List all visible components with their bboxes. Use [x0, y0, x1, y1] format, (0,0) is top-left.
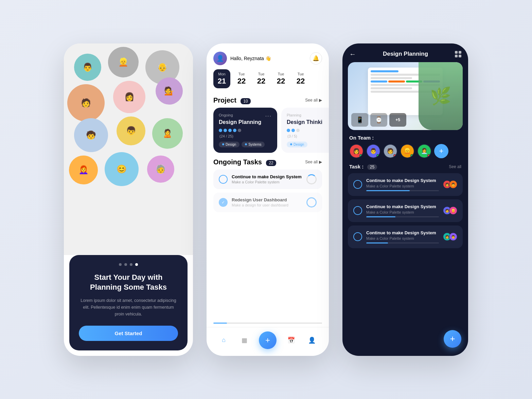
card-tags: Design Systems	[219, 142, 272, 147]
cal-day-tue3[interactable]: Tue 22	[272, 69, 289, 88]
card-progress-dots-2	[287, 129, 329, 132]
nav-calendar[interactable]: 📅	[285, 334, 297, 346]
phone-onboarding: 👨 👱 👴 🧑 👩 💁 🧒 👦 🙎 👩‍🦰 😊 🧓 Start Your Day…	[64, 43, 193, 356]
p3-task-info-3: Continue to make Design System Make a Co…	[366, 230, 439, 243]
task-item-1[interactable]: Continue to make Design System Make a Co…	[213, 169, 322, 189]
tag-systems: Systems	[242, 142, 265, 147]
planning-header: ← Design Planning	[342, 43, 468, 62]
card-title: Design Planning	[219, 119, 272, 125]
dot-indicators	[79, 263, 178, 266]
planning-fab-button[interactable]: +	[444, 330, 461, 348]
team-section-title: On Team :	[349, 135, 374, 141]
task-section-header: Task : 25 See all	[342, 162, 468, 173]
tasks-count-badge: 22	[266, 160, 276, 166]
card-menu-dots[interactable]: ···	[265, 113, 272, 119]
task-info-2: Redesign User Dashboard Make a design fo…	[232, 197, 302, 207]
tasks-section-title: Ongoing Tasks	[213, 158, 262, 166]
avatar-blob-5: 👩	[113, 81, 145, 113]
avatar-blob-9: 🙎	[152, 118, 183, 149]
dot-3	[130, 263, 132, 266]
p3-task-check-3	[353, 232, 362, 241]
plant-decoration: 🌿	[419, 62, 463, 130]
phone-planning: ← Design Planning	[342, 43, 468, 356]
nav-add-button[interactable]: +	[259, 331, 277, 349]
p3-task-progress-3	[366, 242, 439, 243]
planning-title: Design Planning	[383, 51, 428, 57]
tasks-section-header: Ongoing Tasks 22 See all ▶	[213, 158, 322, 169]
card-fraction-2: (3 / 5)	[287, 134, 329, 138]
mini-avatar-2: 👨	[449, 180, 457, 188]
avatar-blob-11: 😊	[105, 152, 139, 186]
dot-1	[119, 263, 122, 266]
p3-task-item-3[interactable]: Continue to make Design System Make a Co…	[348, 225, 463, 248]
p3-task-progress-1	[366, 190, 439, 191]
task-check-2: ✓	[219, 198, 228, 207]
p3-task-name-3: Continue to make Design System	[366, 230, 439, 235]
grid-view-icon[interactable]	[455, 51, 461, 57]
add-team-member-button[interactable]: +	[434, 144, 448, 158]
thumb-more: +5	[389, 113, 406, 127]
project-section-title: Project	[213, 96, 236, 104]
p3-task-avatars-1: 👩 👨	[443, 180, 457, 188]
p3-task-item-1[interactable]: Continue to make Design System Make a Co…	[348, 173, 463, 196]
cal-day-tue2[interactable]: Tue 22	[253, 69, 270, 88]
cal-day-tue1[interactable]: Tue 22	[233, 69, 250, 88]
phone-planning-wrapper: ← Design Planning	[342, 43, 468, 356]
task-see-all[interactable]: See all	[449, 164, 461, 169]
team-avatar-1: 👩	[349, 144, 363, 158]
tag-design: Design	[219, 142, 240, 147]
dot-2	[124, 263, 127, 266]
onboarding-description: Lorem ipsum dolor sit amet, consectetur …	[79, 297, 178, 318]
project-cards-list: Ongoing ··· Design Planning (24 / 25) De…	[207, 108, 329, 158]
onboarding-title: Start Your Day with Planning Some Tasks	[79, 273, 178, 292]
nav-home[interactable]: ⌂	[217, 334, 230, 346]
avatar-blob-12: 🧓	[147, 156, 174, 183]
project-see-all[interactable]: See all ▶	[305, 98, 322, 103]
status-dot-4	[410, 154, 413, 157]
cal-day-mon[interactable]: Mon 21	[213, 69, 230, 88]
thumb-2: ⌚	[370, 113, 387, 127]
card-status: Ongoing	[219, 113, 233, 117]
p3-task-check-1	[353, 180, 362, 189]
nav-profile[interactable]: 👤	[306, 334, 318, 346]
tasks-see-all[interactable]: See all ▶	[305, 160, 322, 164]
back-button[interactable]: ←	[349, 50, 356, 58]
p3-task-sub-2: Make a Color Palette system	[366, 210, 439, 214]
notification-icon[interactable]: 🔔	[310, 52, 322, 65]
cal-day-tue4[interactable]: Tue 22	[292, 69, 309, 88]
status-dot-3	[393, 154, 396, 157]
project-card-design-planning[interactable]: Ongoing ··· Design Planning (24 / 25) De…	[213, 108, 277, 153]
calendar-strip: Mon 21 Tue 22 Tue 22 Tue 22 Tue 22	[207, 69, 329, 94]
task-ring-1	[306, 174, 317, 184]
task-sub-1: Make a Color Palette system	[232, 180, 302, 184]
p3-task-sub-1: Make a Color Palette system	[366, 184, 439, 188]
project-card-design-thinking[interactable]: Planning Design Thinki (3 / 5) Design	[281, 108, 329, 153]
status-dot-1	[359, 154, 362, 157]
mini-avatar-6: 👨	[449, 233, 457, 241]
bottom-navigation: ⌂ ▦ + 📅 👤	[207, 327, 329, 356]
avatar-blob-7: 🧒	[74, 118, 108, 152]
avatar-blob-4: 🧑	[67, 84, 105, 122]
task-item-2[interactable]: ✓ Redesign User Dashboard Make a design …	[213, 193, 322, 212]
get-started-button[interactable]: Get Started	[79, 326, 178, 341]
thumb-1: 📱	[351, 113, 368, 127]
team-avatars-list: 👩 👨 🧑 👱 👩‍💼 +	[342, 144, 468, 162]
task-check-1	[219, 175, 228, 184]
team-avatar-2: 👨	[366, 144, 380, 158]
task-info-1: Continue to make Design System Make a Co…	[232, 174, 302, 184]
task-title-area: Task : 25	[349, 164, 377, 170]
card-status-2: Planning	[287, 113, 329, 117]
nav-stats[interactable]: ▦	[238, 334, 250, 346]
avatar-blob-6: 💁	[156, 77, 183, 105]
tag-design-2: Design	[287, 142, 307, 147]
thumbnail-row: 📱 ⌚ +5	[351, 113, 406, 127]
avatar-blob-8: 👦	[117, 116, 145, 145]
dashboard-header: 👤 Hallo, Reyznata 👋 🔔	[207, 43, 329, 69]
task-name-1: Continue to make Design System	[232, 174, 302, 179]
p3-task-item-2[interactable]: Continue to make Design System Make a Co…	[348, 199, 463, 222]
scroll-indicator	[213, 323, 322, 324]
p3-task-info-2: Continue to make Design System Make a Co…	[366, 204, 439, 217]
team-avatar-3: 🧑	[383, 144, 397, 158]
scroll-thumb	[213, 323, 227, 324]
photo-grid: 👨 👱 👴 🧑 👩 💁 🧒 👦 🙎 👩‍🦰 😊 🧓	[64, 43, 193, 255]
